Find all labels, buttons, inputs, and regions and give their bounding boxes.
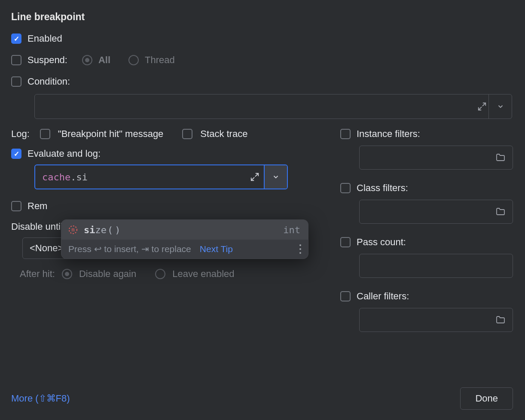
autocomplete-item[interactable]: m size() int: [61, 220, 308, 240]
caller-filters-input[interactable]: [359, 308, 513, 332]
log-label: Log:: [11, 128, 30, 140]
log-stack-trace-checkbox[interactable]: [182, 129, 192, 139]
after-hit-label: After hit:: [20, 268, 55, 280]
autocomplete-popup: m size() int Press ↩ to insert, ⇥ to rep…: [61, 219, 308, 259]
expand-icon[interactable]: [250, 172, 259, 182]
caller-filters-label: Caller filters:: [357, 291, 409, 302]
class-filters-label: Class filters:: [357, 183, 408, 194]
condition-checkbox[interactable]: [11, 76, 21, 87]
folder-icon[interactable]: [495, 152, 506, 163]
suspend-all-radio[interactable]: [82, 55, 92, 65]
kebab-icon[interactable]: [299, 244, 301, 254]
code-token-dot: .: [70, 172, 76, 183]
disable-until-value: <None>: [30, 243, 63, 254]
evaluate-label: Evaluate and log:: [27, 148, 101, 159]
expand-icon[interactable]: [477, 102, 487, 111]
instance-filters-input[interactable]: [359, 146, 513, 170]
suggestion-type: int: [283, 225, 300, 235]
class-filters-input[interactable]: [359, 200, 513, 224]
pass-count-label: Pass count:: [357, 237, 406, 248]
suggestion-match: si: [84, 225, 95, 235]
remove-once-hit-label: Rem: [27, 201, 47, 212]
hint-text: Press ↩ to insert, ⇥ to replace: [68, 244, 191, 254]
suspend-thread-radio[interactable]: [128, 55, 139, 65]
suspend-thread-label: Thread: [145, 55, 175, 66]
dialog-title: Line breakpoint: [11, 11, 513, 23]
caller-filters-checkbox[interactable]: [340, 291, 351, 301]
after-hit-disable-radio[interactable]: [62, 269, 72, 279]
evaluate-input[interactable]: cache.si: [34, 164, 288, 189]
class-filters-checkbox[interactable]: [340, 183, 351, 193]
enabled-checkbox[interactable]: [11, 33, 21, 44]
suspend-checkbox[interactable]: [11, 55, 21, 65]
next-tip-link[interactable]: Next Tip: [200, 244, 233, 254]
svg-text:m: m: [71, 227, 74, 233]
pass-count-input[interactable]: [359, 254, 513, 278]
suspend-label: Suspend:: [27, 55, 67, 66]
history-dropdown-icon[interactable]: [264, 165, 287, 189]
log-stack-trace-label: Stack trace: [200, 128, 247, 140]
instance-filters-checkbox[interactable]: [340, 129, 351, 139]
enabled-label: Enabled: [27, 33, 62, 44]
history-dropdown-icon[interactable]: [488, 94, 512, 119]
suggestion-paren: (): [107, 225, 122, 235]
code-token-tail: si: [76, 172, 88, 183]
remove-once-hit-checkbox[interactable]: [11, 201, 21, 211]
folder-icon[interactable]: [495, 315, 506, 325]
condition-input[interactable]: [34, 94, 512, 119]
after-hit-disable-label: Disable again: [79, 268, 136, 280]
suspend-all-label: All: [98, 55, 110, 66]
more-link[interactable]: More (⇧⌘F8): [11, 393, 70, 404]
code-token-obj: cache: [42, 172, 70, 183]
after-hit-leave-label: Leave enabled: [172, 268, 234, 280]
method-icon: m: [67, 224, 79, 235]
pass-count-checkbox[interactable]: [340, 237, 351, 247]
evaluate-checkbox[interactable]: [11, 149, 21, 159]
log-breakpoint-hit-label: "Breakpoint hit" message: [58, 128, 164, 140]
suggestion-rest: ze: [95, 225, 107, 235]
after-hit-leave-radio[interactable]: [155, 269, 165, 279]
folder-icon[interactable]: [495, 207, 506, 217]
done-button[interactable]: Done: [460, 387, 513, 410]
instance-filters-label: Instance filters:: [357, 128, 420, 140]
log-breakpoint-hit-checkbox[interactable]: [40, 129, 50, 139]
condition-label: Condition:: [27, 76, 70, 87]
